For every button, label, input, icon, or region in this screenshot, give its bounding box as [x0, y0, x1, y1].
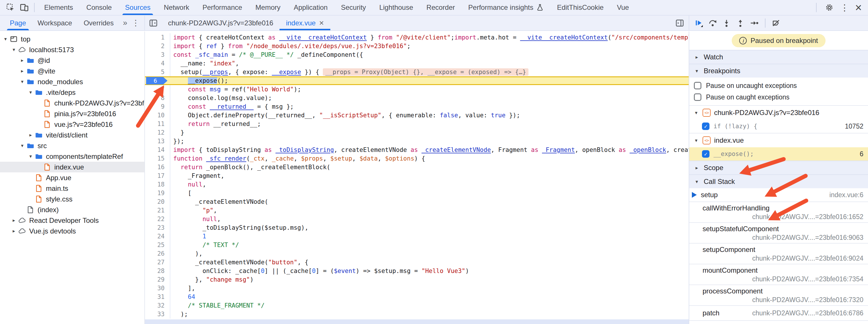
- line-number-gutter[interactable]: 21: [145, 206, 170, 215]
- line-number-gutter[interactable]: 27: [145, 258, 170, 267]
- callstack-frame-setupStatefulComponent[interactable]: setupStatefulComponentchunk-PD2AWGJV....…: [689, 223, 868, 244]
- tree-item-App.vue[interactable]: App.vue: [0, 172, 144, 183]
- tab-application[interactable]: Application: [287, 0, 334, 15]
- toggle-navigator-icon[interactable]: [147, 17, 159, 29]
- tree-item-node_modules[interactable]: ▾node_modules: [0, 76, 144, 87]
- chevron-down-icon[interactable]: ▾: [19, 79, 26, 85]
- tree-item-localhost:5173[interactable]: ▾localhost:5173: [0, 44, 144, 55]
- tree-item-top[interactable]: ▾top: [0, 34, 144, 44]
- tab-lighthouse[interactable]: Lighthouse: [372, 0, 420, 15]
- chevron-right-icon[interactable]: ▸: [10, 217, 18, 223]
- tree-item-components/templateRef[interactable]: ▾components/templateRef: [0, 151, 144, 162]
- tree-item-style.css[interactable]: style.css: [0, 194, 144, 204]
- tab-elements[interactable]: Elements: [37, 0, 80, 15]
- line-number-gutter[interactable]: 9: [145, 102, 170, 111]
- tab-network[interactable]: Network: [157, 0, 196, 15]
- tree-item-.vite/deps[interactable]: ▾.vite/deps: [0, 87, 144, 98]
- chevron-right-icon[interactable]: ▸: [10, 228, 18, 234]
- line-number-gutter[interactable]: 2: [145, 42, 170, 50]
- more-tabs-chevron-icon[interactable]: »: [120, 19, 131, 27]
- line-number-gutter[interactable]: 16: [145, 163, 170, 172]
- tab-performance[interactable]: Performance: [196, 0, 249, 15]
- breakpoint-entry[interactable]: ✓if (!lazy) {10752: [689, 120, 868, 133]
- line-number-gutter[interactable]: 4: [145, 59, 170, 68]
- checkbox[interactable]: ✓: [702, 150, 710, 158]
- breakpoint-badge[interactable]: 6: [146, 77, 167, 84]
- step-out-button[interactable]: [734, 17, 746, 29]
- tree-item-React Developer Tools[interactable]: ▸React Developer Tools: [0, 215, 144, 226]
- tab-recorder[interactable]: Recorder: [420, 0, 462, 15]
- breakpoint-option[interactable]: Pause on uncaught exceptions: [689, 80, 868, 92]
- chevron-down-icon[interactable]: ▾: [2, 36, 9, 42]
- checkbox[interactable]: ✓: [702, 122, 710, 130]
- line-number-gutter[interactable]: 18: [145, 180, 170, 189]
- editor-scrollbar-track[interactable]: [145, 319, 689, 324]
- breakpoint-group-index.vue[interactable]: ▾<>index.vue: [689, 133, 868, 147]
- callstack-frame-setupComponent[interactable]: setupComponentchunk-PD2AWGJV....=23bfe01…: [689, 244, 868, 264]
- line-number-gutter[interactable]: 31: [145, 293, 170, 301]
- line-number-gutter[interactable]: 29: [145, 275, 170, 284]
- line-number-gutter[interactable]: 8: [145, 94, 170, 102]
- device-toolbar-icon[interactable]: [19, 2, 30, 13]
- line-number-gutter[interactable]: 24: [145, 232, 170, 241]
- checkbox[interactable]: [694, 82, 702, 89]
- watch-section-header[interactable]: ▸ Watch: [689, 50, 868, 64]
- editor-tab-chunk-PD2AWGJV.js?v=23bfe016[interactable]: chunk-PD2AWGJV.js?v=23bfe016: [162, 15, 280, 30]
- tree-item-vite/dist/client[interactable]: ▸vite/dist/client: [0, 130, 144, 140]
- line-number-gutter[interactable]: 13: [145, 137, 170, 146]
- tree-item-Vue.js devtools[interactable]: ▸Vue.js devtools: [0, 226, 144, 237]
- step-into-button[interactable]: [720, 17, 733, 29]
- tree-item-src[interactable]: ▾src: [0, 140, 144, 151]
- tree-item-vue.js?v=23bfe016[interactable]: vue.js?v=23bfe016: [0, 119, 144, 130]
- close-devtools-icon[interactable]: ×: [853, 2, 864, 13]
- chevron-right-icon[interactable]: ▸: [27, 132, 34, 138]
- line-number-gutter[interactable]: 19: [145, 189, 170, 197]
- line-number-gutter[interactable]: 7: [145, 85, 170, 94]
- tab-memory[interactable]: Memory: [249, 0, 287, 15]
- chevron-right-icon[interactable]: ▸: [19, 68, 26, 74]
- callstack-frame-callWithErrorHandling[interactable]: callWithErrorHandlingchunk-PD2AWGJV....=…: [689, 202, 868, 223]
- deactivate-breakpoints-button[interactable]: [770, 17, 782, 29]
- resume-button[interactable]: [693, 17, 705, 29]
- navigator-tab-page[interactable]: Page: [4, 15, 32, 30]
- callstack-section-header[interactable]: ▾ Call Stack: [689, 174, 868, 188]
- tree-item-chunk-PD2AWGJV.js?v=23bfe016[interactable]: chunk-PD2AWGJV.js?v=23bfe016: [0, 98, 144, 108]
- tree-item-@vite[interactable]: ▸@vite: [0, 66, 144, 76]
- line-number-gutter[interactable]: 20: [145, 197, 170, 206]
- chevron-down-icon[interactable]: ▾: [19, 143, 26, 149]
- line-number-gutter[interactable]: 5: [145, 68, 170, 76]
- callstack-frame-mountChildren[interactable]: mountChildrenchunk-PD2AWGJV....=23bfe016…: [689, 321, 868, 324]
- callstack-frame-patch[interactable]: patchchunk-PD2AWGJV....=23bfe016:6786: [689, 306, 868, 321]
- scope-section-header[interactable]: ▸ Scope: [689, 160, 868, 174]
- line-number-gutter[interactable]: 26: [145, 249, 170, 258]
- line-number-gutter[interactable]: 1: [145, 33, 170, 42]
- close-tab-icon[interactable]: ×: [319, 19, 324, 28]
- tab-vue[interactable]: Vue: [610, 0, 636, 15]
- settings-gear-icon[interactable]: [824, 2, 835, 13]
- inspect-element-icon[interactable]: [5, 2, 16, 13]
- line-number-gutter[interactable]: 23: [145, 223, 170, 232]
- tab-editthiscookie[interactable]: EditThisCookie: [550, 0, 610, 15]
- line-number-gutter[interactable]: 10: [145, 111, 170, 120]
- callstack-frame-processComponent[interactable]: processComponentchunk-PD2AWGJV....=23bfe…: [689, 285, 868, 306]
- step-over-button[interactable]: [707, 17, 719, 29]
- chevron-down-icon[interactable]: ▾: [27, 153, 34, 159]
- line-number-gutter[interactable]: 32: [145, 301, 170, 310]
- line-number-gutter[interactable]: 17: [145, 172, 170, 180]
- navigator-more-menu-icon[interactable]: ⋮: [132, 18, 144, 28]
- breakpoint-option[interactable]: Pause on caught exceptions: [689, 92, 868, 103]
- line-number-gutter[interactable]: 12: [145, 128, 170, 137]
- more-options-icon[interactable]: ⋮: [839, 2, 850, 13]
- line-number-gutter[interactable]: 14: [145, 146, 170, 154]
- line-number-gutter[interactable]: 15: [145, 154, 170, 163]
- tree-item-main.ts[interactable]: main.ts: [0, 183, 144, 194]
- checkbox[interactable]: [694, 94, 702, 101]
- line-number-gutter[interactable]: 28: [145, 267, 170, 275]
- editor-tab-index.vue[interactable]: index.vue×: [280, 15, 330, 30]
- tab-console[interactable]: Console: [80, 0, 118, 15]
- callstack-frame-mountComponent[interactable]: mountComponentchunk-PD2AWGJV....=23bfe01…: [689, 264, 868, 285]
- tree-item-@id[interactable]: ▸@id: [0, 55, 144, 66]
- breakpoint-group-chunk-PD2AWGJV.js?v=23bfe016[interactable]: ▾<>chunk-PD2AWGJV.js?v=23bfe016: [689, 105, 868, 120]
- tree-item-index.vue[interactable]: index.vue: [0, 162, 144, 172]
- tab-sources[interactable]: Sources: [118, 0, 157, 15]
